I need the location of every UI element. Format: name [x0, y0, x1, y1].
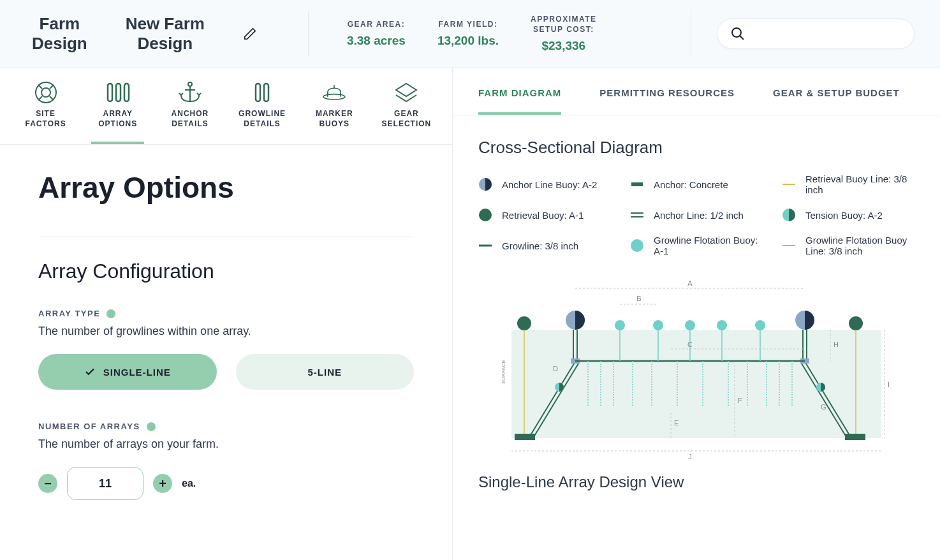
- left-panel: SITEFACTORS ARRAYOPTIONS: [0, 68, 453, 560]
- svg-rect-10: [124, 84, 129, 101]
- svg-point-16: [323, 94, 345, 99]
- svg-rect-14: [256, 84, 260, 101]
- legend-item: Retrieval Buoy: A-1: [478, 208, 611, 222]
- header-right: [691, 11, 914, 56]
- legend-item: Growline Flotation Buoy: A-1: [630, 235, 763, 256]
- info-dot-icon[interactable]: [106, 309, 115, 318]
- layers-icon: [392, 81, 420, 104]
- svg-text:H: H: [834, 341, 839, 348]
- svg-line-7: [50, 96, 54, 100]
- header-left: Farm Design New Farm Design: [32, 14, 257, 54]
- anchor-icon: [176, 81, 204, 104]
- svg-rect-9: [116, 84, 121, 101]
- svg-text:SURFACE: SURFACE: [501, 360, 506, 384]
- edit-icon[interactable]: [243, 27, 257, 41]
- svg-rect-31: [511, 330, 881, 438]
- right-tabs: FARM DIAGRAM PERMITTING RESOURCES GEAR &…: [453, 68, 940, 115]
- svg-point-40: [717, 320, 727, 330]
- tab-growline-details[interactable]: GROWLINEDETAILS: [236, 81, 289, 144]
- svg-text:I: I: [888, 381, 890, 388]
- svg-rect-19: [631, 182, 643, 186]
- num-arrays-input[interactable]: [67, 467, 143, 500]
- svg-rect-8: [108, 84, 112, 101]
- decrement-button[interactable]: −: [38, 474, 57, 493]
- svg-line-4: [38, 85, 42, 89]
- array-type-label: ARRAY TYPE: [38, 309, 414, 318]
- num-arrays-label: NUMBER OF ARRAYS: [38, 422, 414, 431]
- svg-point-21: [479, 209, 492, 221]
- line-teal-icon: [782, 239, 796, 253]
- page-title: Array Options: [38, 170, 414, 205]
- increment-button[interactable]: +: [153, 474, 172, 493]
- lifebuoy-icon: [32, 81, 60, 104]
- tab-gear-budget[interactable]: GEAR & SETUP BUDGET: [773, 87, 900, 115]
- buoy-icon: [320, 81, 348, 104]
- array-icon: [104, 81, 132, 104]
- svg-point-11: [188, 82, 192, 86]
- design-nav-tabs: SITEFACTORS ARRAYOPTIONS: [0, 68, 452, 145]
- main-content: SITEFACTORS ARRAYOPTIONS: [0, 68, 940, 560]
- tab-marker-buoys[interactable]: MARKERBUOYS: [308, 81, 361, 144]
- diagram-title: Cross-Sectional Diagram: [478, 138, 914, 158]
- svg-rect-45: [845, 434, 865, 440]
- right-content: Cross-Sectional Diagram Anchor Line Buoy…: [453, 115, 940, 513]
- num-arrays-desc: The number of arrays on your farm.: [38, 438, 414, 451]
- svg-line-5: [50, 85, 54, 89]
- sub-diagram-title: Single-Line Array Design View: [478, 473, 914, 491]
- svg-point-37: [615, 320, 625, 330]
- svg-text:C: C: [687, 341, 693, 348]
- svg-point-41: [755, 320, 765, 330]
- svg-point-38: [653, 320, 663, 330]
- svg-rect-15: [264, 84, 268, 101]
- section-title: Array Configuration: [38, 260, 414, 283]
- legend-item: Retrieval Buoy Line: 3/8 inch: [782, 173, 914, 195]
- tab-anchor-details[interactable]: ANCHORDETAILS: [163, 81, 216, 144]
- tab-gear-selection[interactable]: GEARSELECTION: [380, 81, 433, 144]
- line-yellow-icon: [782, 177, 796, 191]
- diagram-legend: Anchor Line Buoy: A-2 Anchor: Concrete R…: [478, 173, 914, 256]
- search-input[interactable]: [717, 18, 914, 49]
- right-panel: FARM DIAGRAM PERMITTING RESOURCES GEAR &…: [453, 68, 940, 560]
- brand-title: Farm Design: [32, 14, 87, 54]
- svg-text:G: G: [821, 403, 826, 411]
- legend-item: Anchor Line Buoy: A-2: [478, 173, 611, 195]
- halfcircle-teal-icon: [782, 208, 796, 222]
- design-name: New Farm Design: [126, 14, 205, 54]
- stat-gear-area: GEAR AREA: 3.38 acres: [347, 20, 406, 48]
- array-type-desc: The number of growlines within one array…: [38, 325, 414, 338]
- design-name-block: New Farm Design: [126, 14, 257, 54]
- svg-point-34: [849, 316, 863, 330]
- svg-line-6: [38, 96, 42, 100]
- stat-setup-cost: APPROXIMATE SETUP COST: $23,336: [531, 15, 597, 52]
- tab-farm-diagram[interactable]: FARM DIAGRAM: [478, 87, 561, 115]
- num-arrays-stepper: − + ea.: [38, 467, 414, 500]
- svg-rect-44: [515, 434, 535, 440]
- five-line-button[interactable]: 5-LINE: [236, 354, 415, 390]
- svg-point-26: [631, 239, 643, 252]
- stepper-suffix: ea.: [182, 478, 196, 489]
- array-type-options: SINGLE-LINE 5-LINE: [38, 354, 414, 390]
- double-line-icon: [630, 208, 644, 222]
- single-line-button[interactable]: SINGLE-LINE: [38, 354, 217, 390]
- info-dot-icon[interactable]: [147, 422, 156, 431]
- tab-site-factors[interactable]: SITEFACTORS: [19, 81, 72, 144]
- svg-text:D: D: [553, 365, 558, 372]
- svg-text:E: E: [674, 419, 679, 427]
- app-header: Farm Design New Farm Design GEAR AREA: 3…: [0, 0, 940, 68]
- growline-icon: [248, 81, 276, 104]
- legend-item: Tension Buoy: A-2: [782, 208, 914, 222]
- svg-text:J: J: [688, 453, 692, 461]
- svg-text:F: F: [738, 397, 742, 404]
- line-darkgreen-icon: [478, 239, 492, 253]
- tab-array-options[interactable]: ARRAYOPTIONS: [91, 81, 144, 144]
- svg-point-39: [685, 320, 695, 330]
- tab-permitting[interactable]: PERMITTING RESOURCES: [599, 87, 735, 115]
- header-stats: GEAR AREA: 3.38 acres FARM YIELD: 13,200…: [308, 11, 597, 56]
- stat-farm-yield: FARM YIELD: 13,200 lbs.: [437, 20, 499, 48]
- bar-darkgreen-icon: [630, 177, 644, 191]
- legend-item: Growline Flotation Buoy Line: 3/8 inch: [782, 235, 914, 256]
- svg-point-33: [517, 316, 531, 330]
- legend-item: Growline: 3/8 inch: [478, 235, 611, 256]
- legend-item: Anchor Line: 1/2 inch: [630, 208, 763, 222]
- check-icon: [84, 366, 96, 378]
